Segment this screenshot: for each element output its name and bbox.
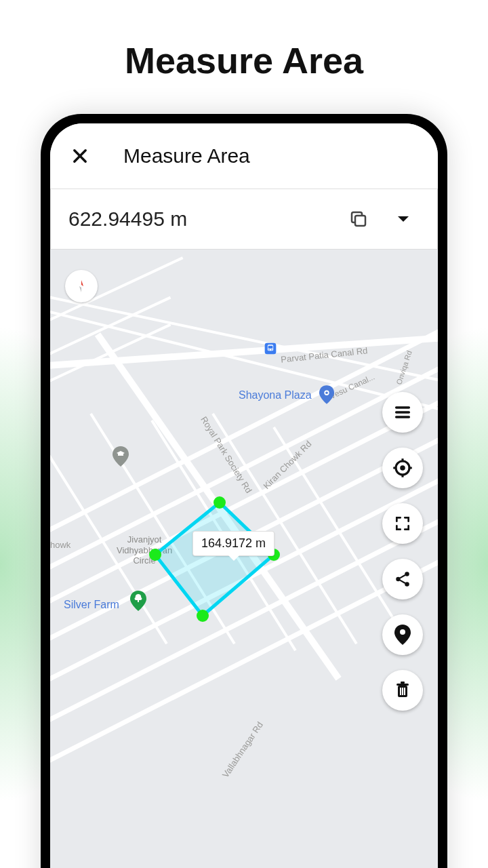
unit-dropdown-button[interactable] <box>387 203 420 235</box>
svg-point-15 <box>396 577 401 582</box>
chevron-down-icon <box>395 211 411 227</box>
svg-point-14 <box>405 572 409 576</box>
polygon-vertex[interactable] <box>149 549 161 561</box>
close-icon <box>70 146 89 165</box>
trash-icon <box>394 682 411 699</box>
measurement-shape[interactable]: 164.9172 m <box>138 490 287 626</box>
svg-rect-19 <box>396 684 409 686</box>
app-screen: Measure Area 622.94495 m <box>50 123 438 868</box>
map-pin-icon <box>394 625 411 645</box>
education-pin-icon[interactable] <box>113 446 129 467</box>
share-button[interactable] <box>382 559 423 599</box>
fullscreen-button[interactable] <box>382 503 423 544</box>
map-tool-column <box>382 392 423 711</box>
polygon-vertex[interactable] <box>197 610 209 622</box>
svg-rect-21 <box>400 688 401 695</box>
page-title: Measure Area <box>123 144 250 167</box>
copy-icon <box>348 209 369 229</box>
road-label-hawai: howk <box>50 540 70 550</box>
road-label-vallabh: Vallabhnagar Rd <box>220 720 265 780</box>
locate-button[interactable] <box>382 448 423 488</box>
compass-button[interactable] <box>65 270 98 302</box>
copy-button[interactable] <box>342 203 375 235</box>
poi-silver-farm[interactable]: Silver Farm <box>64 599 119 611</box>
svg-rect-4 <box>268 346 273 349</box>
promo-title: Measure Area <box>0 39 488 81</box>
svg-marker-11 <box>155 502 274 616</box>
svg-point-13 <box>400 465 405 471</box>
compass-icon <box>73 278 89 294</box>
close-button[interactable] <box>65 141 95 171</box>
phone-frame: Measure Area 622.94495 m <box>41 114 447 868</box>
svg-rect-9 <box>118 454 123 456</box>
crosshair-icon <box>392 458 413 478</box>
app-header: Measure Area <box>50 123 438 189</box>
segment-length-label: 164.9172 m <box>192 531 274 556</box>
measurement-value: 622.94495 m <box>68 208 342 231</box>
fullscreen-icon <box>394 515 411 532</box>
poi-pin-icon[interactable] <box>319 385 334 404</box>
transit-pin-icon[interactable] <box>264 342 277 355</box>
svg-point-6 <box>271 349 272 351</box>
map-canvas[interactable]: Parvat Patia Canal Rd Vesu Canal... Onvi… <box>50 250 438 868</box>
svg-point-5 <box>268 349 270 351</box>
svg-point-16 <box>405 582 409 587</box>
svg-rect-1 <box>355 216 365 226</box>
svg-point-8 <box>325 391 328 394</box>
svg-rect-20 <box>401 682 405 684</box>
menu-button[interactable] <box>382 392 423 433</box>
svg-rect-22 <box>402 688 403 695</box>
menu-icon <box>393 403 412 422</box>
place-pin-button[interactable] <box>382 614 423 655</box>
delete-button[interactable] <box>382 670 423 711</box>
share-icon <box>394 570 411 588</box>
polygon-vertex[interactable] <box>214 496 226 509</box>
measurement-bar: 622.94495 m <box>50 189 438 250</box>
poi-shayona[interactable]: Shayona Plaza <box>239 389 312 401</box>
svg-rect-23 <box>404 688 405 695</box>
svg-point-17 <box>400 629 405 635</box>
